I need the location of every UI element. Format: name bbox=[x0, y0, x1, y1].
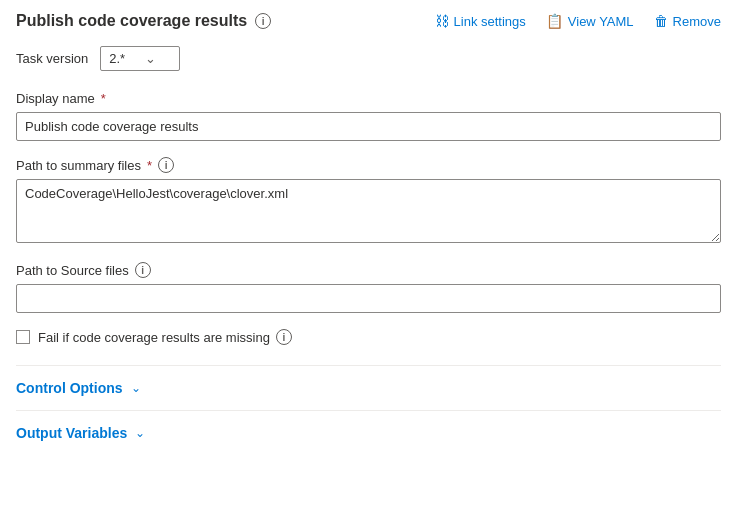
task-version-label: Task version bbox=[16, 51, 88, 66]
trash-icon: 🗑 bbox=[654, 13, 668, 29]
task-version-value: 2.* bbox=[109, 51, 125, 66]
link-settings-label: Link settings bbox=[454, 14, 526, 29]
fail-checkbox[interactable] bbox=[16, 330, 30, 344]
link-settings-button[interactable]: ⛓ Link settings bbox=[435, 13, 526, 29]
link-icon: ⛓ bbox=[435, 13, 449, 29]
task-version-select[interactable]: 2.* ⌄ bbox=[100, 46, 180, 71]
remove-label: Remove bbox=[673, 14, 721, 29]
control-options-chevron-icon: ⌄ bbox=[131, 381, 141, 395]
display-name-field: Display name * bbox=[16, 91, 721, 141]
checkbox-label: Fail if code coverage results are missin… bbox=[38, 329, 292, 345]
display-name-required: * bbox=[101, 91, 106, 106]
output-variables-header[interactable]: Output Variables ⌄ bbox=[16, 425, 721, 441]
path-summary-input[interactable] bbox=[16, 179, 721, 243]
path-source-input[interactable] bbox=[16, 284, 721, 313]
path-summary-required: * bbox=[147, 158, 152, 173]
path-summary-field: Path to summary files * i bbox=[16, 157, 721, 246]
path-source-label: Path to Source files i bbox=[16, 262, 721, 278]
page-title: Publish code coverage results bbox=[16, 12, 247, 30]
header-actions: ⛓ Link settings 📋 View YAML 🗑 Remove bbox=[435, 13, 721, 29]
display-name-label: Display name * bbox=[16, 91, 721, 106]
checkbox-info-icon[interactable]: i bbox=[276, 329, 292, 345]
view-yaml-button[interactable]: 📋 View YAML bbox=[546, 13, 634, 29]
header-left: Publish code coverage results i bbox=[16, 12, 271, 30]
path-summary-label: Path to summary files * i bbox=[16, 157, 721, 173]
remove-button[interactable]: 🗑 Remove bbox=[654, 13, 721, 29]
control-options-header[interactable]: Control Options ⌄ bbox=[16, 380, 721, 396]
title-info-icon[interactable]: i bbox=[255, 13, 271, 29]
output-variables-section: Output Variables ⌄ bbox=[16, 410, 721, 455]
view-yaml-label: View YAML bbox=[568, 14, 634, 29]
path-summary-info-icon[interactable]: i bbox=[158, 157, 174, 173]
main-panel: Publish code coverage results i ⛓ Link s… bbox=[0, 0, 737, 467]
path-source-field: Path to Source files i bbox=[16, 262, 721, 313]
header: Publish code coverage results i ⛓ Link s… bbox=[16, 12, 721, 30]
checkbox-row: Fail if code coverage results are missin… bbox=[16, 329, 721, 345]
display-name-input[interactable] bbox=[16, 112, 721, 141]
control-options-section: Control Options ⌄ bbox=[16, 365, 721, 410]
yaml-icon: 📋 bbox=[546, 13, 563, 29]
path-source-info-icon[interactable]: i bbox=[135, 262, 151, 278]
task-version-row: Task version 2.* ⌄ bbox=[16, 46, 721, 71]
output-variables-title: Output Variables bbox=[16, 425, 127, 441]
output-variables-chevron-icon: ⌄ bbox=[135, 426, 145, 440]
task-version-chevron-icon: ⌄ bbox=[145, 51, 156, 66]
control-options-title: Control Options bbox=[16, 380, 123, 396]
